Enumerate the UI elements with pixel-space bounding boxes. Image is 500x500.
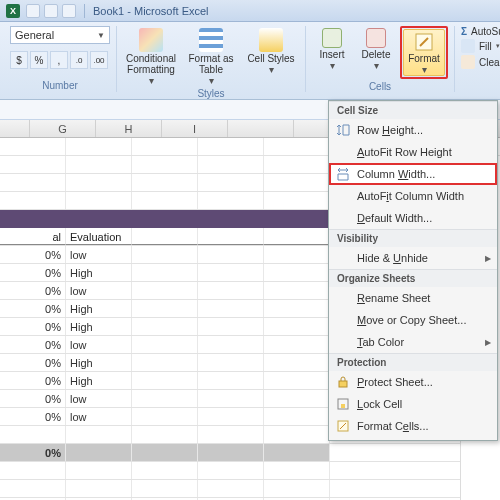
menu-default-width[interactable]: Default Width... <box>329 207 497 229</box>
protect-icon <box>335 374 351 390</box>
format-button[interactable]: Format▾ <box>403 29 445 76</box>
conditional-formatting-button[interactable]: Conditional Formatting▾ <box>123 26 179 86</box>
table-row[interactable]: 0% <box>0 444 500 462</box>
quick-access-toolbar <box>26 4 76 18</box>
col-header[interactable]: H <box>96 120 162 137</box>
group-cells: Insert▾ Delete▾ Format▾ Cells <box>306 26 455 92</box>
clear-icon <box>461 55 475 69</box>
submenu-arrow-icon: ▶ <box>485 254 491 263</box>
styles-group-label: Styles <box>197 86 224 99</box>
menu-header-visibility: Visibility <box>329 229 497 247</box>
delete-button[interactable]: Delete▾ <box>356 26 396 71</box>
divider <box>84 4 85 18</box>
group-number: General ▼ $ % , .0 .00 Number <box>4 26 117 92</box>
menu-move-copy[interactable]: Move or Copy Sheet... <box>329 309 497 331</box>
format-menu: Cell Size Row Height... AutoFit Row Heig… <box>328 100 498 441</box>
insert-button[interactable]: Insert▾ <box>312 26 352 71</box>
menu-hide-unhide[interactable]: Hide & Unhide▶ <box>329 247 497 269</box>
redo-icon[interactable] <box>62 4 76 18</box>
format-as-table-button[interactable]: Format as Table▾ <box>183 26 239 86</box>
fill-button[interactable]: Fill▾ <box>461 39 500 53</box>
menu-autofit-col[interactable]: AutoFit Column Width <box>329 185 497 207</box>
col-header[interactable]: G <box>30 120 96 137</box>
undo-icon[interactable] <box>44 4 58 18</box>
svg-rect-6 <box>341 404 345 408</box>
submenu-arrow-icon: ▶ <box>485 338 491 347</box>
clear-button[interactable]: Clear▾ <box>461 55 500 69</box>
ribbon: General ▼ $ % , .0 .00 Number Conditiona… <box>0 22 500 100</box>
group-styles: Conditional Formatting▾ Format as Table▾… <box>117 26 306 92</box>
comma-button[interactable]: , <box>50 51 68 69</box>
lock-icon <box>335 396 351 412</box>
cells-group-label: Cells <box>369 79 391 92</box>
table-row[interactable] <box>0 480 500 498</box>
number-format-value: General <box>15 29 54 41</box>
col-header[interactable]: I <box>162 120 228 137</box>
percent-button[interactable]: % <box>30 51 48 69</box>
cell-styles-button[interactable]: Cell Styles▾ <box>243 26 299 75</box>
save-icon[interactable] <box>26 4 40 18</box>
menu-lock-cell[interactable]: Lock Cell <box>329 393 497 415</box>
menu-header-cellsize: Cell Size <box>329 101 497 119</box>
menu-row-height[interactable]: Row Height... <box>329 119 497 141</box>
title-bar: X Book1 - Microsoft Excel <box>0 0 500 22</box>
table-row[interactable] <box>0 462 500 480</box>
autosum-button[interactable]: ΣAutoSum▾ <box>461 26 500 37</box>
menu-rename-sheet[interactable]: Rename Sheet <box>329 287 497 309</box>
window-title: Book1 - Microsoft Excel <box>93 5 209 17</box>
column-width-icon <box>335 166 351 182</box>
menu-column-width[interactable]: Column Width... <box>329 163 497 185</box>
menu-autofit-row[interactable]: AutoFit Row Height <box>329 141 497 163</box>
excel-icon: X <box>6 4 20 18</box>
decrease-decimal-button[interactable]: .00 <box>90 51 108 69</box>
group-editing: ΣAutoSum▾ Fill▾ Clear▾ AZ Sort & Filter … <box>455 26 500 92</box>
fill-icon <box>461 39 475 53</box>
svg-rect-4 <box>339 381 347 387</box>
currency-button[interactable]: $ <box>10 51 28 69</box>
number-group-label: Number <box>42 78 78 92</box>
menu-header-organize: Organize Sheets <box>329 269 497 287</box>
row-height-icon <box>335 122 351 138</box>
chevron-down-icon: ▼ <box>97 31 105 40</box>
menu-tab-color[interactable]: Tab Color▶ <box>329 331 497 353</box>
number-format-combo[interactable]: General ▼ <box>10 26 110 44</box>
menu-header-protection: Protection <box>329 353 497 371</box>
format-icon <box>414 32 434 52</box>
increase-decimal-button[interactable]: .0 <box>70 51 88 69</box>
menu-protect-sheet[interactable]: Protect Sheet... <box>329 371 497 393</box>
format-cells-icon <box>335 418 351 434</box>
menu-format-cells[interactable]: Format Cells... <box>329 415 497 437</box>
format-button-highlight: Format▾ <box>400 26 448 79</box>
